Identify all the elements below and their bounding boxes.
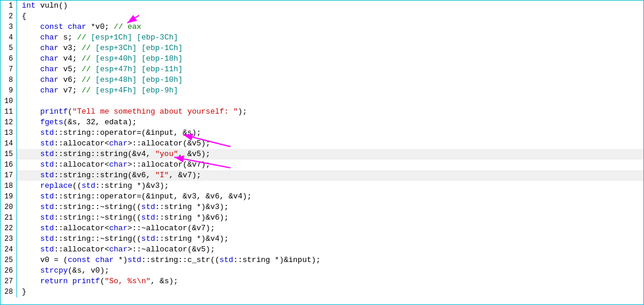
code-row: 22 std::allocator<char>::~allocator(&v7)… [1, 223, 643, 234]
code-text: std::allocator<char>::~allocator(&v5); [17, 244, 643, 255]
line-number: 12 [1, 117, 17, 128]
code-row: 1int vuln() [1, 1, 643, 11]
code-row: 8 char v6; // [esp+48h] [ebp-10h] [1, 75, 643, 85]
code-text: strcpy(&s, v0); [17, 266, 643, 276]
code-row: 3 const char *v0; // eax [1, 22, 643, 32]
line-number: 14 [1, 138, 17, 149]
line-number: 23 [1, 234, 17, 244]
line-number: 2 [1, 11, 17, 22]
code-text: std::string::string(&v6, "I", &v7); [17, 170, 643, 181]
line-number: 24 [1, 244, 17, 255]
line-number: 28 [1, 287, 17, 297]
code-text: printf("Tell me something about yourself… [17, 107, 643, 117]
line-number: 10 [1, 96, 17, 107]
code-content: 1int vuln()2{3 const char *v0; // eax4 c… [1, 1, 643, 297]
code-row: 2{ [1, 11, 643, 22]
code-text: return printf("So, %s\n", &s); [17, 276, 643, 287]
line-number: 9 [1, 85, 17, 96]
code-row: 23 std::string::~string((std::string *)&… [1, 234, 643, 244]
code-row: 5 char v3; // [esp+3Ch] [ebp-1Ch] [1, 43, 643, 54]
line-number: 19 [1, 191, 17, 202]
code-row: 24 std::allocator<char>::~allocator(&v5)… [1, 244, 643, 255]
line-number: 22 [1, 223, 17, 234]
code-row: 12 fgets(&s, 32, edata); [1, 117, 643, 128]
code-text: char v5; // [esp+47h] [ebp-11h] [17, 64, 643, 75]
code-text: fgets(&s, 32, edata); [17, 117, 643, 128]
line-number: 17 [1, 170, 17, 181]
line-number: 18 [1, 181, 17, 191]
line-number: 13 [1, 128, 17, 138]
line-number: 26 [1, 266, 17, 276]
code-row: 16 std::allocator<char>::allocator(&v7); [1, 160, 643, 170]
code-row: 11 printf("Tell me something about yours… [1, 107, 643, 117]
code-text: char v7; // [esp+4Fh] [ebp-9h] [17, 85, 643, 96]
line-number: 20 [1, 202, 17, 213]
code-text: char v6; // [esp+48h] [ebp-10h] [17, 75, 643, 85]
code-text: std::string::string(&v4, "you", &v5); [17, 149, 643, 160]
code-text: char v3; // [esp+3Ch] [ebp-1Ch] [17, 43, 643, 54]
line-number: 3 [1, 22, 17, 32]
code-viewer: 1int vuln()2{3 const char *v0; // eax4 c… [0, 0, 644, 305]
code-row: 10 [1, 96, 643, 107]
line-number: 7 [1, 64, 17, 75]
code-row: 7 char v5; // [esp+47h] [ebp-11h] [1, 64, 643, 75]
line-number: 25 [1, 255, 17, 266]
code-row: 13 std::string::operator=(&input, &s); [1, 128, 643, 138]
code-row: 25 v0 = (const char *)std::string::c_str… [1, 255, 643, 266]
line-number: 5 [1, 43, 17, 54]
code-row: 14 std::allocator<char>::allocator(&v5); [1, 138, 643, 149]
line-number: 27 [1, 276, 17, 287]
code-text: std::string::~string((std::string *)&v6)… [17, 213, 643, 223]
code-text: char v4; // [esp+40h] [ebp-18h] [17, 54, 643, 64]
code-row: 20 std::string::~string((std::string *)&… [1, 202, 643, 213]
code-text: v0 = (const char *)std::string::c_str((s… [17, 255, 643, 266]
line-number: 1 [1, 1, 17, 11]
line-number: 16 [1, 160, 17, 170]
code-text: std::string::operator=(&input, &v3, &v6,… [17, 191, 643, 202]
code-text: replace((std::string *)&v3); [17, 181, 643, 191]
code-text: char s; // [esp+1Ch] [ebp-3Ch] [17, 32, 643, 43]
code-row: 21 std::string::~string((std::string *)&… [1, 213, 643, 223]
code-row: 17 std::string::string(&v6, "I", &v7); [1, 170, 643, 181]
code-row: 15 std::string::string(&v4, "you", &v5); [1, 149, 643, 160]
line-number: 21 [1, 213, 17, 223]
line-number: 6 [1, 54, 17, 64]
line-number: 4 [1, 32, 17, 43]
code-row: 28} [1, 287, 643, 297]
line-number: 11 [1, 107, 17, 117]
code-text: std::string::operator=(&input, &s); [17, 128, 643, 138]
code-row: 9 char v7; // [esp+4Fh] [ebp-9h] [1, 85, 643, 96]
code-row: 26 strcpy(&s, v0); [1, 266, 643, 276]
code-text: int vuln() [17, 1, 643, 11]
code-row: 19 std::string::operator=(&input, &v3, &… [1, 191, 643, 202]
code-text: { [17, 11, 643, 22]
code-row: 6 char v4; // [esp+40h] [ebp-18h] [1, 54, 643, 64]
code-text: std::string::~string((std::string *)&v3)… [17, 202, 643, 213]
code-text: } [17, 287, 643, 297]
code-text: const char *v0; // eax [17, 22, 643, 32]
code-text: std::allocator<char>::~allocator(&v7); [17, 223, 643, 234]
code-row: 4 char s; // [esp+1Ch] [ebp-3Ch] [1, 32, 643, 43]
code-text: std::string::~string((std::string *)&v4)… [17, 234, 643, 244]
line-number: 15 [1, 149, 17, 160]
line-number: 8 [1, 75, 17, 85]
code-text: std::allocator<char>::allocator(&v7); [17, 160, 643, 170]
code-row: 18 replace((std::string *)&v3); [1, 181, 643, 191]
code-row: 27 return printf("So, %s\n", &s); [1, 276, 643, 287]
code-text: std::allocator<char>::allocator(&v5); [17, 138, 643, 149]
